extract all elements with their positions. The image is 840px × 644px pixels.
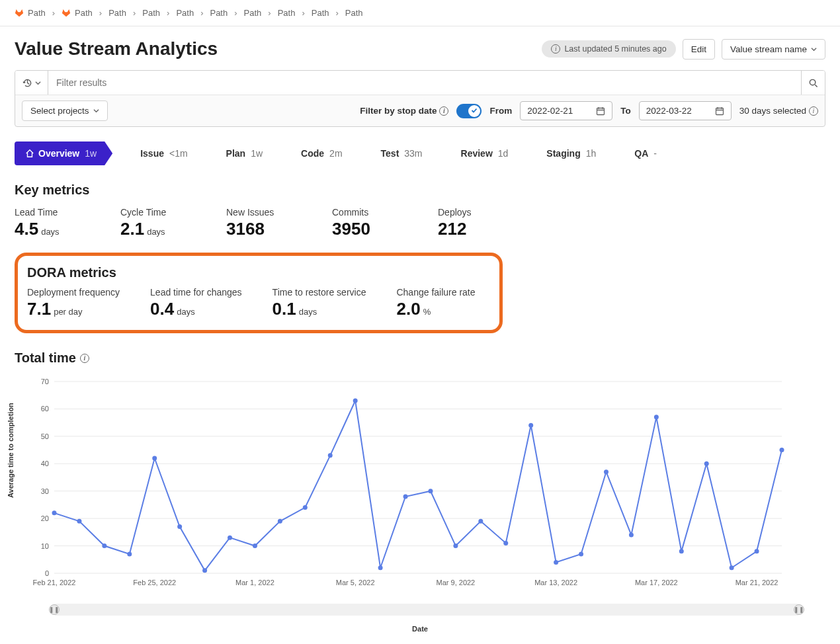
header-actions: i Last updated 5 minutes ago Edit Value … (542, 39, 825, 60)
svg-rect-1 (597, 108, 605, 114)
breadcrumb-separator: › (133, 8, 136, 18)
history-button[interactable] (15, 71, 48, 95)
metric-value: 3950 (332, 219, 398, 239)
metric-unit: days (177, 307, 194, 317)
svg-text:10: 10 (41, 542, 49, 550)
metric-label: Deployment frequency (27, 287, 120, 298)
stage-tab-overview[interactable]: Overview1w (15, 141, 112, 165)
breadcrumb-item[interactable]: Path (176, 8, 194, 18)
metric-label: Commits (332, 207, 398, 218)
breadcrumb-item[interactable]: Path (142, 8, 160, 18)
stop-date-toggle[interactable] (456, 104, 482, 118)
breadcrumb-label: Path (176, 8, 194, 18)
svg-point-51 (654, 415, 659, 419)
svg-point-30 (127, 552, 132, 557)
stage-tab-test[interactable]: Test33m (370, 141, 433, 165)
stage-name: Staging (546, 148, 580, 159)
breadcrumb-item[interactable]: Path (345, 8, 363, 18)
metric-label: Lead time for changes (150, 287, 242, 298)
stage-tab-code[interactable]: Code2m (290, 141, 353, 165)
history-icon (22, 78, 32, 88)
svg-text:40: 40 (41, 460, 49, 467)
stage-name: Code (301, 148, 324, 159)
stage-tab-issue[interactable]: Issue<1m (130, 141, 198, 165)
edit-button[interactable]: Edit (683, 39, 715, 60)
breadcrumb-separator: › (234, 8, 237, 18)
breadcrumb-label: Path (312, 8, 329, 18)
select-projects-dropdown[interactable]: Select projects (22, 101, 108, 121)
info-icon: i (809, 106, 818, 116)
breadcrumb-item[interactable]: Path (210, 8, 228, 18)
info-icon: i (551, 44, 560, 54)
stage-tab-staging[interactable]: Staging1h (536, 141, 607, 165)
breadcrumb-item[interactable]: Path (278, 8, 296, 18)
stage-tab-plan[interactable]: Plan1w (216, 141, 273, 165)
svg-point-29 (102, 543, 106, 548)
last-updated-text: Last updated 5 minutes ago (564, 44, 666, 54)
breadcrumb-separator: › (268, 8, 271, 18)
stage-duration: 33m (404, 148, 422, 159)
svg-text:Mar 17, 2022: Mar 17, 2022 (635, 579, 678, 586)
to-date-input[interactable]: 2022-03-22 (639, 101, 732, 120)
svg-point-38 (328, 453, 333, 458)
filter-input[interactable] (48, 71, 801, 95)
metric: Commits3950 (332, 207, 398, 239)
chart-xlabel: Date (15, 625, 825, 633)
stage-duration: 2m (329, 148, 342, 159)
breadcrumb-item[interactable]: Path (62, 8, 93, 18)
svg-point-37 (303, 505, 308, 510)
stage-name: Overview (38, 148, 79, 159)
breadcrumb-item[interactable]: Path (15, 8, 46, 18)
svg-text:30: 30 (41, 487, 49, 495)
stage-name: QA (634, 148, 648, 159)
dora-metrics-highlight: DORA metrics Deployment frequency7.1per … (15, 253, 503, 333)
stage-tab-review[interactable]: Review1d (450, 141, 519, 165)
metric-label: Deploys (438, 207, 504, 218)
calendar-icon (715, 106, 724, 116)
svg-point-53 (704, 462, 709, 466)
svg-text:Mar 5, 2022: Mar 5, 2022 (336, 579, 375, 586)
svg-text:0: 0 (45, 569, 49, 577)
search-button[interactable] (801, 71, 825, 95)
svg-text:Mar 9, 2022: Mar 9, 2022 (437, 579, 476, 586)
svg-rect-2 (716, 108, 723, 114)
dora-metrics-row: Deployment frequency7.1per dayLead time … (27, 287, 490, 319)
scrub-handle-left[interactable]: ❚❚ (49, 604, 60, 615)
stage-tab-qa[interactable]: QA- (624, 141, 667, 165)
svg-point-49 (604, 469, 609, 474)
total-time-chart: Average time to completion 0102030405060… (15, 375, 825, 633)
svg-point-52 (679, 549, 684, 553)
chevron-down-icon (93, 108, 99, 114)
svg-text:Mar 1, 2022: Mar 1, 2022 (235, 579, 274, 586)
svg-point-47 (554, 560, 558, 565)
metric-unit: % (423, 307, 431, 317)
breadcrumb-separator: › (200, 8, 203, 18)
scrub-handle-right[interactable]: ❚❚ (794, 604, 804, 615)
info-icon: i (80, 354, 89, 363)
breadcrumb-item[interactable]: Path (108, 8, 126, 18)
from-date-input[interactable]: 2022-02-21 (520, 101, 612, 120)
svg-point-54 (730, 565, 734, 570)
info-icon: i (439, 106, 448, 116)
breadcrumb-item[interactable]: Path (312, 8, 329, 18)
value-stream-dropdown[interactable]: Value stream name (722, 39, 825, 60)
breadcrumb-item[interactable]: Path (244, 8, 262, 18)
calendar-icon (596, 106, 605, 116)
svg-point-31 (152, 456, 157, 461)
svg-point-46 (528, 423, 533, 428)
svg-text:Feb 25, 2022: Feb 25, 2022 (133, 579, 176, 586)
stage-duration: 1d (498, 148, 509, 159)
svg-text:Mar 13, 2022: Mar 13, 2022 (534, 579, 577, 586)
chart-scrub-bar[interactable]: ❚❚ ❚❚ (54, 604, 799, 616)
stage-duration: - (653, 148, 657, 159)
stage-duration: 1w (85, 148, 97, 159)
metric: Lead Time4.5days (15, 207, 81, 239)
metric-value: 212 (438, 219, 504, 239)
svg-point-35 (253, 543, 257, 548)
breadcrumb-separator: › (336, 8, 339, 18)
metric: Deploys212 (438, 207, 504, 239)
metric-label: Cycle Time (120, 207, 187, 218)
breadcrumb-label: Path (75, 8, 93, 18)
svg-point-33 (202, 568, 207, 573)
metric-unit: per day (54, 307, 82, 317)
